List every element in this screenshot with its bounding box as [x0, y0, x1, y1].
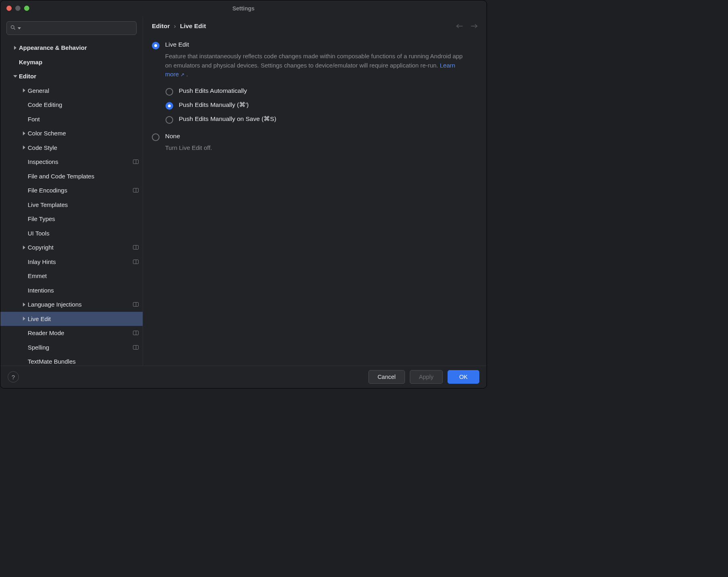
settings-tree[interactable]: Appearance & BehaviorKeymapEditorGeneral…: [0, 38, 143, 366]
chevron-icon: [20, 246, 28, 250]
tree-item-label: Intentions: [28, 287, 139, 294]
tree-item-ui-tools[interactable]: UI Tools: [0, 226, 143, 241]
project-scope-icon: [133, 345, 139, 350]
tree-item-label: Editor: [19, 73, 139, 80]
tree-item-editor[interactable]: Editor: [0, 69, 143, 84]
tree-item-label: General: [28, 87, 139, 94]
tree-item-label: Live Edit: [28, 315, 139, 322]
tree-item-spelling[interactable]: Spelling: [0, 340, 143, 355]
option-push-on-save[interactable]: Push Edits Manually on Save (⌘S): [166, 115, 478, 124]
cancel-button[interactable]: Cancel: [368, 370, 405, 384]
chevron-icon: [20, 303, 28, 307]
chevron-icon: [20, 145, 28, 149]
search-box[interactable]: [6, 21, 137, 35]
tree-item-label: Appearance & Behavior: [19, 44, 139, 51]
tree-item-code-editing[interactable]: Code Editing: [0, 98, 143, 112]
tree-item-live-templates[interactable]: Live Templates: [0, 198, 143, 212]
help-button[interactable]: ?: [8, 371, 19, 383]
settings-window: Settings Appearance & BehaviorKeymapEdit…: [0, 0, 487, 389]
button-label: OK: [459, 374, 468, 380]
project-scope-icon: [133, 160, 139, 164]
option-label: None: [165, 133, 180, 140]
project-scope-icon: [133, 260, 139, 264]
tree-item-language-injections[interactable]: Language Injections: [0, 297, 143, 312]
tree-item-emmet[interactable]: Emmet: [0, 269, 143, 283]
apply-button[interactable]: Apply: [410, 370, 443, 384]
radio-none[interactable]: [152, 133, 160, 141]
tree-item-inspections[interactable]: Inspections: [0, 155, 143, 169]
tree-item-label: Code Style: [28, 144, 139, 151]
window-minimize-button[interactable]: [15, 6, 20, 11]
tree-item-label: File and Code Templates: [28, 173, 139, 180]
breadcrumb: Editor › Live Edit: [152, 23, 206, 30]
tree-item-label: Color Scheme: [28, 130, 139, 137]
chevron-icon: [20, 317, 28, 321]
tree-item-live-edit[interactable]: Live Edit: [0, 312, 143, 326]
radio-push-on-save[interactable]: [166, 116, 173, 124]
nav-back-button[interactable]: [456, 23, 463, 29]
radio-push-manual[interactable]: [166, 102, 173, 110]
tree-item-textmate-bundles[interactable]: TextMate Bundles: [0, 354, 143, 366]
option-none[interactable]: None: [152, 133, 478, 141]
search-input[interactable]: [23, 25, 133, 31]
nav-forward-button[interactable]: [470, 23, 478, 29]
tree-item-label: Language Injections: [28, 301, 131, 308]
window-close-button[interactable]: [6, 6, 12, 11]
ok-button[interactable]: OK: [448, 370, 479, 384]
description-text: .: [184, 71, 188, 78]
tree-item-code-style[interactable]: Code Style: [0, 141, 143, 155]
option-push-manual[interactable]: Push Edits Manually (⌘'): [166, 101, 478, 110]
tree-item-label: Inspections: [28, 158, 131, 165]
tree-item-reader-mode[interactable]: Reader Mode: [0, 326, 143, 340]
project-scope-icon: [133, 331, 139, 335]
option-description: Feature that instantaneously reflects co…: [165, 52, 470, 79]
tree-item-label: Keymap: [19, 59, 139, 65]
project-scope-icon: [133, 245, 139, 250]
breadcrumb-segment: Live Edit: [180, 23, 206, 30]
option-live-edit[interactable]: Live Edit: [152, 41, 478, 49]
external-link-icon: ↗: [180, 72, 184, 78]
tree-item-label: Spelling: [28, 344, 131, 351]
tree-item-label: Inlay Hints: [28, 258, 131, 265]
svg-line-1: [14, 28, 15, 29]
radio-push-auto[interactable]: [166, 88, 173, 96]
tree-item-general[interactable]: General: [0, 84, 143, 98]
tree-item-file-and-code-templates[interactable]: File and Code Templates: [0, 169, 143, 184]
button-label: Cancel: [378, 374, 396, 380]
option-push-auto[interactable]: Push Edits Automatically: [166, 87, 478, 96]
body-area: Appearance & BehaviorKeymapEditorGeneral…: [0, 16, 487, 366]
title-bar: Settings: [0, 0, 487, 16]
traffic-lights: [6, 6, 29, 11]
tree-item-font[interactable]: Font: [0, 112, 143, 127]
chevron-icon: [20, 88, 28, 92]
chevron-icon: [20, 131, 28, 135]
tree-item-appearance-behavior[interactable]: Appearance & Behavior: [0, 41, 143, 55]
chevron-icon: [12, 75, 19, 78]
tree-item-file-types[interactable]: File Types: [0, 212, 143, 226]
tree-item-label: TextMate Bundles: [28, 358, 139, 365]
project-scope-icon: [133, 302, 139, 307]
radio-live-edit[interactable]: [152, 42, 160, 49]
tree-item-label: File Types: [28, 215, 139, 222]
tree-item-label: Copyright: [28, 244, 131, 251]
tree-item-inlay-hints[interactable]: Inlay Hints: [0, 255, 143, 269]
tree-item-label: Live Templates: [28, 201, 139, 208]
tree-item-label: Emmet: [28, 272, 139, 279]
search-dropdown-icon[interactable]: [18, 27, 21, 29]
tree-item-color-scheme[interactable]: Color Scheme: [0, 126, 143, 141]
window-title: Settings: [232, 5, 254, 12]
tree-item-copyright[interactable]: Copyright: [0, 240, 143, 255]
tree-item-label: Reader Mode: [28, 329, 131, 336]
breadcrumb-separator: ›: [174, 23, 176, 30]
tree-item-file-encodings[interactable]: File Encodings: [0, 183, 143, 198]
search-icon: [10, 25, 16, 32]
tree-item-label: UI Tools: [28, 230, 139, 237]
tree-item-label: Font: [28, 116, 139, 123]
tree-item-keymap[interactable]: Keymap: [0, 55, 143, 70]
option-label: Push Edits Automatically: [179, 87, 247, 94]
dialog-button-bar: ? Cancel Apply OK: [0, 366, 487, 388]
help-icon: ?: [12, 374, 15, 381]
tree-item-intentions[interactable]: Intentions: [0, 283, 143, 298]
window-zoom-button[interactable]: [24, 6, 29, 11]
tree-item-label: Code Editing: [28, 101, 139, 108]
